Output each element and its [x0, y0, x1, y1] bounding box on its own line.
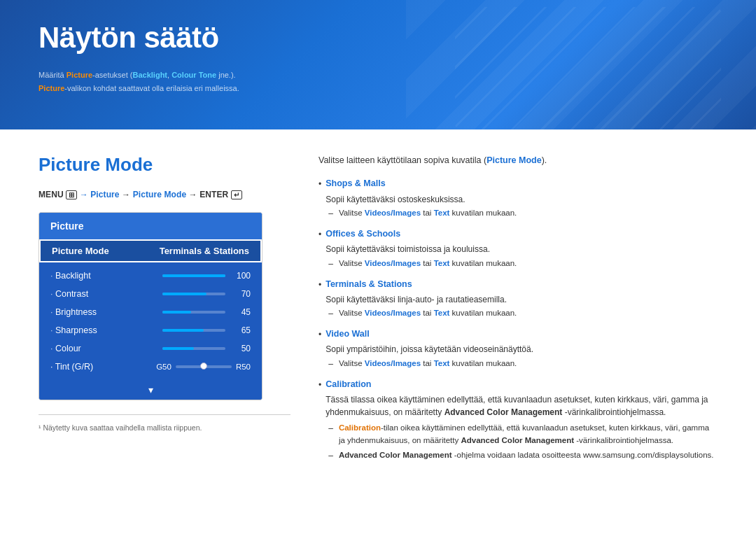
brightness-bar-fill: [162, 311, 191, 314]
menu-icon: ⊞: [66, 190, 77, 199]
sub-dash-offices: –: [328, 258, 333, 271]
sub-dash-cal1: –: [328, 422, 333, 447]
setting-row-colour[interactable]: Colour 50: [39, 339, 262, 358]
sharpness-bar-wrap: 65: [113, 325, 251, 335]
chevron-down-icon: ▾: [148, 384, 153, 395]
tint-g-label: G50: [156, 363, 172, 371]
bullet-content-videowall: Video Wall Sopii ympäristöihin, joissa k…: [326, 328, 718, 371]
bullet-terminals: • Terminals & Stations Sopii käytettäväk…: [318, 278, 718, 321]
footer-note: ¹ Näytetty kuva saattaa vaihdella mallis…: [38, 414, 290, 433]
header-desc: Määritä Picture-asetukset (Backlight, Co…: [38, 69, 239, 94]
bullet-content-offices: Offices & Schools Sopii käytettäväksi to…: [326, 227, 718, 271]
bullet-dot-shops: •: [318, 178, 321, 220]
picture-box-header-text: Picture: [50, 220, 83, 232]
terminals-title: Terminals & Stations: [326, 278, 718, 291]
setting-row-backlight[interactable]: Backlight 100: [39, 267, 262, 285]
calibration-sub1: – Calibration-tilan oikea käyttäminen ed…: [328, 422, 718, 447]
settings-list: Backlight 100 Contrast 7: [39, 262, 262, 380]
backlight-value: 100: [231, 271, 251, 281]
shops-sub-text: Valitse Videos/Images tai Text kuvatilan…: [339, 207, 517, 220]
offices-title: Offices & Schools: [326, 227, 718, 241]
setting-name-backlight: Backlight: [50, 271, 113, 281]
intro-highlight: Picture Mode: [486, 155, 542, 165]
videowall-sub: – Valitse Videos/Images tai Text kuvatil…: [328, 358, 718, 371]
sharpness-bar-fill: [162, 329, 204, 332]
tint-slider[interactable]: [176, 365, 232, 368]
offices-sub-text: Valitse Videos/Images tai Text kuvatilan…: [339, 258, 517, 271]
colour-value: 50: [231, 344, 251, 353]
main-content: Picture Mode MENU ⊞ → Picture → Picture …: [0, 129, 756, 534]
menu-arrow1: →: [122, 190, 133, 199]
calibration-sub2-text: Advanced Color Management -ohjelma voida…: [339, 449, 714, 463]
sub-dash-terminals: –: [328, 307, 333, 321]
tint-r-label: R50: [236, 363, 251, 371]
bullet-video-wall: • Video Wall Sopii ympäristöihin, joissa…: [318, 328, 718, 371]
sub-dash-cal2: –: [328, 449, 333, 463]
videowall-desc: Sopii ympäristöihin, joissa käytetään vi…: [326, 343, 718, 356]
setting-row-contrast[interactable]: Contrast 70: [39, 285, 262, 303]
offices-desc: Sopii käytettäväksi toimistoissa ja koul…: [326, 243, 718, 256]
right-column: Valitse laitteen käyttötilaan sopiva kuv…: [318, 154, 718, 513]
setting-row-brightness[interactable]: Brightness 45: [39, 303, 262, 321]
colour-bar: [162, 347, 225, 350]
page-title: Näytön säätö: [38, 21, 239, 55]
videowall-sub-text: Valitse Videos/Images tai Text kuvatilan…: [339, 358, 517, 371]
header-content: Näytön säätö Määritä Picture-asetukset (…: [38, 21, 239, 94]
contrast-bar: [162, 293, 225, 295]
terminals-sub-text: Valitse Videos/Images tai Text kuvatilan…: [339, 307, 517, 321]
brightness-bar-wrap: 45: [113, 307, 251, 317]
menu-word: MENU: [38, 190, 66, 199]
setting-name-contrast: Contrast: [50, 289, 113, 299]
sharpness-bar: [162, 329, 225, 332]
brightness-value: 45: [231, 307, 251, 317]
picture-mode-label: Picture Mode: [52, 246, 109, 256]
backlight-bar: [162, 274, 225, 277]
offices-sub: – Valitse Videos/Images tai Text kuvatil…: [328, 258, 718, 271]
bullet-content-terminals: Terminals & Stations Sopii käytettäväksi…: [326, 278, 718, 321]
terminals-desc: Sopii käytettäväksi linja-auto- ja rauta…: [326, 293, 718, 307]
menu-arrow2: → ENTER: [189, 190, 231, 199]
bullet-dot-videowall: •: [318, 328, 321, 371]
bullet-dot-offices: •: [318, 228, 321, 271]
contrast-bar-wrap: 70: [113, 289, 251, 299]
colour-bar-fill: [162, 347, 194, 350]
section-title: Picture Mode: [38, 154, 290, 176]
tint-slider-thumb: [200, 363, 207, 370]
bullet-row-shops: • Shops & Malls Sopii käytettäväksi osto…: [318, 177, 718, 220]
menu-path: MENU ⊞ → Picture → Picture Mode → ENTER …: [38, 190, 290, 199]
backlight-bar-wrap: 100: [113, 271, 251, 281]
brightness-bar: [162, 311, 225, 314]
setting-row-sharpness[interactable]: Sharpness 65: [39, 321, 262, 339]
footer-note-text: ¹ Näytetty kuva saattaa vaihdella mallis…: [38, 423, 202, 432]
bullet-calibration: • Calibration Tässä tilassa oikea käyttä…: [318, 378, 718, 463]
bullet-content-shops: Shops & Malls Sopii käytettäväksi ostosk…: [326, 177, 718, 220]
shops-sub: – Valitse Videos/Images tai Text kuvatil…: [328, 207, 718, 220]
picture-mode-row[interactable]: Picture Mode Terminals & Stations: [39, 239, 262, 262]
bullet-offices-schools: • Offices & Schools Sopii käytettäväksi …: [318, 227, 718, 271]
shops-desc: Sopii käytettäväksi ostoskeskuksissa.: [326, 193, 718, 206]
bullet-row-terminals: • Terminals & Stations Sopii käytettäväk…: [318, 278, 718, 321]
picture-mode-value: Terminals & Stations: [160, 246, 249, 256]
calibration-sub2: – Advanced Color Management -ohjelma voi…: [328, 449, 718, 463]
bullet-content-calibration: Calibration Tässä tilassa oikea käyttämi…: [326, 378, 718, 463]
menu-path-picture: → Picture: [80, 190, 120, 199]
bullet-row-calibration: • Calibration Tässä tilassa oikea käyttä…: [318, 378, 718, 463]
picture-ui-box: Picture Picture Mode Terminals & Station…: [38, 212, 262, 400]
colour-bar-wrap: 50: [113, 344, 251, 353]
shops-title: Shops & Malls: [326, 177, 718, 190]
setting-name-sharpness: Sharpness: [50, 325, 113, 335]
chevron-row[interactable]: ▾: [39, 380, 262, 400]
calibration-title: Calibration: [326, 378, 718, 391]
backlight-bar-fill: [162, 274, 225, 277]
picture-box-header: Picture: [39, 213, 262, 239]
sub-dash-videowall: –: [328, 358, 333, 371]
tint-row[interactable]: Tint (G/R) G50 R50: [39, 358, 262, 376]
tint-controls: G50 R50: [156, 363, 251, 371]
calibration-main-note: Tässä tilassa oikea käyttäminen edellytt…: [326, 393, 718, 419]
bullet-shops-malls: • Shops & Malls Sopii käytettäväksi osto…: [318, 177, 718, 220]
setting-name-brightness: Brightness: [50, 307, 113, 317]
calibration-sub1-text: Calibration-tilan oikea käyttäminen edel…: [339, 422, 718, 447]
contrast-bar-fill: [162, 293, 206, 295]
tint-name: Tint (G/R): [50, 362, 93, 372]
bullet-dot-calibration: •: [318, 379, 321, 463]
